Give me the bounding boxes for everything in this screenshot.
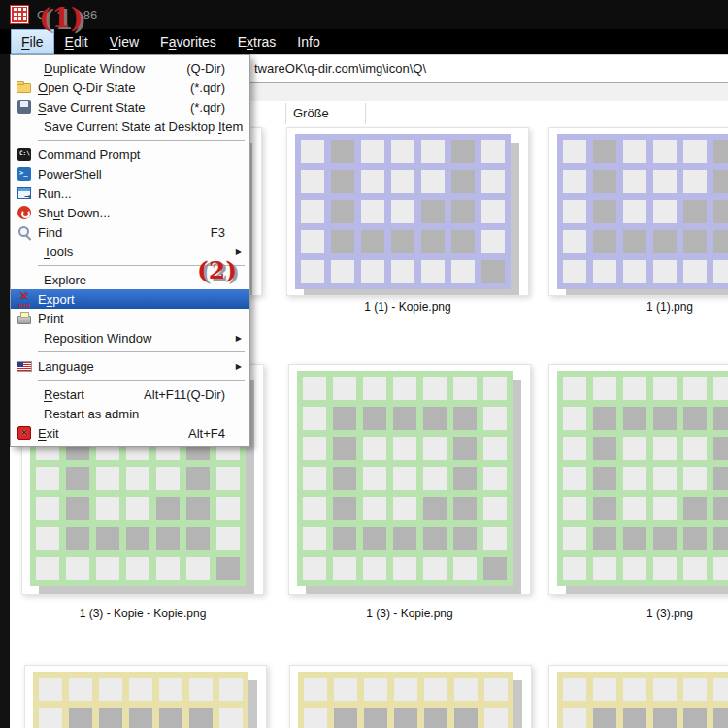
menu-item-find[interactable]: FindF3 [11, 222, 249, 242]
grid-cell [713, 467, 728, 490]
file-thumb-1-1-png[interactable]: 1 (1).png [548, 127, 728, 314]
menu-item-language[interactable]: Language▶ [11, 356, 249, 376]
menu-item-command-prompt[interactable]: Command Prompt [11, 145, 249, 164]
file-thumb-1-3-png[interactable]: 1 (3).png [548, 364, 728, 620]
thumbnail-image [297, 371, 513, 586]
file-thumb[interactable] [289, 665, 532, 728]
grid-cell [301, 140, 324, 163]
grid-cell [563, 437, 586, 460]
menu-item-save-current-state[interactable]: Save Current State(*.qdr) [11, 97, 249, 116]
grid-cell [593, 170, 616, 193]
menu-item-powershell[interactable]: PowerShell [11, 164, 249, 183]
menubar-item-favorites[interactable]: Favorites [149, 29, 227, 54]
menubar-item-edit[interactable]: Edit [54, 29, 99, 54]
grid-cell [623, 557, 646, 580]
grid-cell [563, 678, 586, 701]
file-name-label[interactable]: 1 (3) - Kopie.png [288, 607, 531, 620]
grid-cell [424, 678, 447, 701]
menu-item-label: Language [38, 359, 94, 374]
titlebar[interactable]: Q.86 [0, 0, 728, 29]
menubar-item-file[interactable]: File [11, 29, 54, 54]
menubar-item-extras[interactable]: Extras [227, 29, 287, 54]
grid-cell [451, 260, 475, 283]
menu-item-shortcut: Alt+F11(Q-Dir) [144, 384, 225, 404]
grid-cell [303, 437, 326, 460]
menu-item-export[interactable]: Export [11, 289, 249, 309]
grid-cell [303, 377, 326, 400]
file-thumb[interactable] [24, 665, 267, 728]
menu-item-open-q-dir-state[interactable]: Open Q-Dir State(*.qdr) [11, 78, 249, 97]
menu-item-exit[interactable]: ExitAlt+F4 [11, 423, 249, 443]
grid-cell [66, 557, 89, 580]
menubar-item-info[interactable]: Info [286, 29, 330, 54]
grid-cell [66, 527, 89, 550]
menu-item-label: Tools [44, 245, 73, 259]
file-thumb-1-3-kopie-png[interactable]: 1 (3) - Kopie.png [288, 364, 531, 620]
column-header-size[interactable]: Größe [293, 106, 329, 120]
menu-item-shortcut: (*.qdr) [190, 78, 225, 97]
menu-item-save-current-state-at-desktop-item[interactable]: Save Current State at Desktop Item [11, 116, 249, 136]
grid-cell [391, 170, 414, 193]
grid-cell [156, 467, 180, 490]
menu-item-shut-down[interactable]: Shut Down... [11, 203, 249, 222]
grid-cell [713, 260, 728, 283]
file-name-label[interactable]: 1 (1) - Kopie.png [286, 300, 529, 314]
grid-cell [333, 527, 356, 550]
grid-cell [333, 557, 356, 580]
menu-item-label: Restart [44, 387, 84, 402]
grid-cell [623, 407, 646, 430]
grid-cell [126, 497, 149, 520]
grid-cell [453, 497, 477, 520]
menu-item-print[interactable]: Print [11, 309, 249, 328]
file-thumb-1-1-kopie-png[interactable]: 1 (1) - Kopie.png [286, 127, 529, 314]
file-name-label[interactable]: 1 (3).png [548, 607, 728, 620]
shutdown-icon [17, 205, 32, 220]
menubar-item-view[interactable]: View [99, 29, 149, 54]
address-path[interactable]: twareOK\q-dir.com\img\icon\Q\ [254, 61, 426, 76]
grid-cell [301, 170, 324, 193]
grid-cell [363, 467, 386, 490]
menu-item-label: Save Current State at Desktop Item [44, 119, 243, 134]
grid-cell [216, 497, 240, 520]
find-icon [17, 224, 32, 240]
menu-item-reposition-window[interactable]: Reposition Window▶ [11, 328, 249, 347]
grid-cell [451, 170, 475, 193]
exit-icon [17, 425, 32, 441]
grid-cell [333, 377, 356, 400]
grid-cell [423, 527, 447, 550]
file-name-label[interactable]: 1 (3) - Kopie - Kopie.png [21, 607, 264, 620]
grid-cell [301, 260, 324, 283]
grid-cell [301, 230, 324, 253]
grid-cell [453, 467, 477, 490]
grid-cell [653, 407, 677, 430]
menubar: FileEditViewFavoritesExtrasInfo [0, 29, 728, 54]
grid-cell [593, 467, 616, 490]
menu-item-run[interactable]: Run... [11, 183, 249, 203]
grid-cell [69, 678, 92, 701]
grid-cell [393, 527, 416, 550]
grid-cell [39, 678, 62, 701]
grid-cell [363, 557, 386, 580]
grid-cell [451, 140, 475, 163]
menu-item-explore[interactable]: Explore [11, 270, 249, 289]
grid-image [557, 371, 728, 586]
grid-cell [563, 200, 586, 223]
grid-cell [304, 678, 327, 701]
menu-item-label: Explore [44, 273, 86, 287]
menu-separator [38, 380, 245, 381]
file-thumb[interactable] [548, 665, 728, 728]
menu-item-restart[interactable]: RestartAlt+F11(Q-Dir) [11, 384, 249, 404]
thumbnail-image [33, 672, 248, 728]
grid-cell [454, 708, 478, 728]
grid-image [557, 672, 728, 728]
file-name-label[interactable]: 1 (1).png [548, 300, 728, 314]
grid-cell [454, 678, 478, 701]
menu-item-restart-as-admin[interactable]: Restart as admin [11, 404, 249, 423]
menu-item-tools[interactable]: Tools▶ [11, 242, 249, 261]
app-icon[interactable] [10, 5, 29, 24]
grid-cell [156, 557, 180, 580]
menu-item-label: Export [38, 292, 75, 307]
grid-cell [481, 230, 505, 253]
menu-item-duplicate-window[interactable]: Duplicate Window(Q-Dir) [11, 58, 249, 78]
grid-cell [393, 407, 416, 430]
